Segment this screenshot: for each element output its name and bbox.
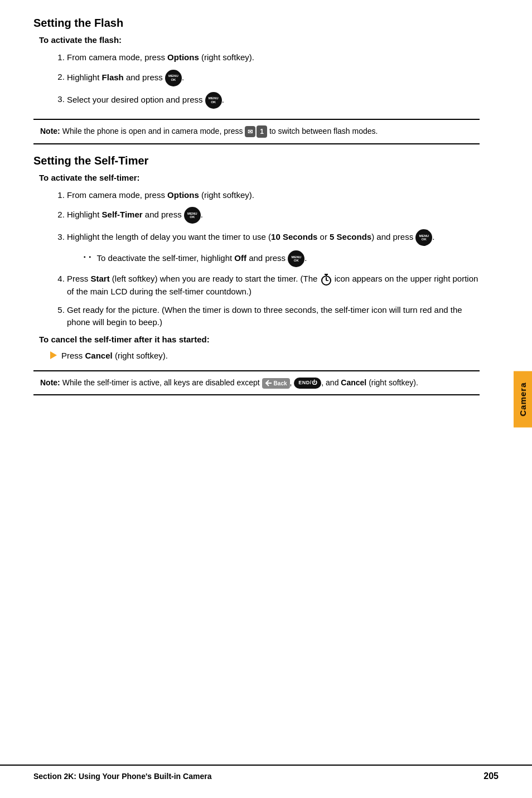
self-timer-step-5: Get ready for the picture. (When the tim… — [67, 304, 480, 329]
menu-ok-icon-1: MENU OK — [165, 70, 182, 86]
menu-ok-icon-2: MENU OK — [205, 92, 222, 109]
flash-key-combo: ✉ 1 — [245, 125, 267, 138]
flash-title: Setting the Flash — [33, 17, 480, 30]
flash-section: Setting the Flash To activate the flash:… — [33, 17, 480, 144]
envelope-key: ✉ — [245, 126, 255, 138]
flash-note-label: Note: — [40, 127, 60, 136]
off-label: Off — [234, 253, 246, 263]
end-key-icon: END/⏻ — [294, 378, 321, 389]
self-timer-note-label: Note: — [40, 378, 60, 387]
footer-section-label: Section 2K: Using Your Phone's Built-in … — [33, 772, 211, 781]
self-timer-step2-self-timer: Self-Timer — [102, 210, 143, 219]
self-timer-step-2: Highlight Self-Timer and press MENU OK . — [67, 207, 480, 224]
arrow-right-icon — [50, 351, 57, 359]
cancel-row: Press Cancel (right softkey). — [50, 351, 480, 360]
sidebar-camera-tab: Camera — [514, 371, 532, 427]
flash-step2-flash: Flash — [102, 72, 124, 81]
menu-ok-icon-5: MENU OK — [288, 250, 304, 267]
self-timer-note-box: Note: While the self-timer is active, al… — [33, 370, 480, 395]
cancel-text: Press Cancel (right softkey). — [61, 351, 168, 360]
flash-step-1: From camera mode, press Options (right s… — [67, 51, 480, 64]
flash-step-3: Select your desired option and press MEN… — [67, 92, 480, 109]
self-timer-section: Setting the Self-Timer To activate the s… — [33, 154, 480, 395]
self-timer-steps: From camera mode, press Options (right s… — [67, 189, 480, 329]
menu-ok-icon-4: MENU OK — [415, 229, 432, 246]
self-timer-title: Setting the Self-Timer — [33, 154, 480, 167]
menu-ok-icon-3: MENU OK — [184, 207, 201, 224]
flash-subtitle: To activate the flash: — [39, 35, 480, 45]
self-timer-sub-item-1: ▪ To deactivate the self-timer, highligh… — [84, 250, 480, 267]
self-timer-step-1: From camera mode, press Options (right s… — [67, 189, 480, 202]
flash-step-2: Highlight Flash and press MENU OK . — [67, 70, 480, 86]
self-timer-step-3: Highlight the length of delay you want t… — [67, 229, 480, 267]
page-footer: Section 2K: Using Your Phone's Built-in … — [0, 765, 532, 787]
self-timer-step-4: Press Start (left softkey) when you are … — [67, 273, 480, 298]
self-timer-step1-options: Options — [167, 190, 199, 200]
self-timer-step3-sub: ▪ To deactivate the self-timer, highligh… — [84, 250, 480, 267]
footer-page-num: 205 — [483, 771, 499, 781]
flash-steps: From camera mode, press Options (right s… — [67, 51, 480, 109]
self-timer-subtitle: To activate the self-timer: — [39, 173, 480, 182]
cancel-subtitle: To cancel the self-timer after it has st… — [39, 335, 480, 344]
start-label: Start — [91, 274, 110, 283]
flash-step1-options: Options — [167, 52, 199, 62]
5-seconds-label: 5 Seconds — [330, 232, 371, 241]
10-seconds-label: 10 Seconds — [271, 232, 317, 241]
page-content: Setting the Flash To activate the flash:… — [0, 0, 513, 439]
one-key: 1 — [257, 125, 267, 138]
back-key-icon: Back — [262, 378, 290, 389]
cancel-label: Cancel — [85, 351, 113, 360]
flash-note-box: Note: While the phone is open and in cam… — [33, 119, 480, 144]
timer-icon — [320, 273, 332, 286]
cancel-label-2: Cancel — [341, 378, 366, 387]
